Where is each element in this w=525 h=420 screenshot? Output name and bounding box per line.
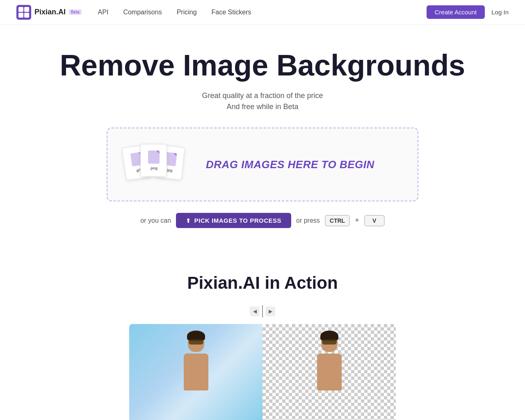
file-card-png: .png [140, 144, 167, 177]
file-icons: .gif .png .jpg [124, 142, 189, 187]
nav-right: Create Account Log In [427, 5, 509, 19]
slider-next-button[interactable]: ▶ [265, 306, 275, 316]
pick-middle-text: or press [296, 217, 320, 224]
dropzone[interactable]: .gif .png .jpg DRAG IMAGES HERE TO BEGIN [107, 128, 418, 201]
hero-heading: Remove Image Backgrounds [16, 49, 509, 82]
logo-badge: Beta [69, 9, 82, 15]
person-body-result [317, 354, 342, 390]
person-sunglasses [189, 340, 203, 345]
hero-beta-text: And free while in Beta [16, 103, 509, 111]
nav-comparisons[interactable]: Comparisons [123, 9, 162, 16]
person-result [309, 332, 350, 414]
logo-cell-2 [24, 7, 29, 12]
file-ext-png: .png [150, 166, 158, 170]
logo-icon [16, 5, 31, 20]
pick-button-label: PICK IMAGES TO PROCESS [194, 217, 281, 224]
ctrl-key-badge: CTRL [325, 215, 350, 226]
person-sunglasses-result [322, 340, 337, 345]
slider-controls: ◀ ▶ [16, 305, 509, 317]
navbar: Pixian.AI Beta API Comparisons Pricing F… [0, 0, 525, 25]
logo-cell-1 [18, 7, 23, 12]
person-head-result [321, 332, 338, 352]
nav-pricing[interactable]: Pricing [177, 9, 197, 16]
pick-images-button[interactable]: ⬆ PICK IMAGES TO PROCESS [176, 213, 291, 228]
person-body [184, 354, 208, 390]
comparison-original [129, 324, 262, 420]
login-button[interactable]: Log In [491, 9, 509, 16]
file-shape-png [148, 151, 160, 164]
logo-link[interactable]: Pixian.AI Beta [16, 5, 82, 20]
create-account-button[interactable]: Create Account [427, 5, 485, 19]
hero-subtext: Great quality at a fraction of the price [16, 91, 509, 100]
in-action-heading: Pixian.AI in Action [16, 273, 509, 293]
plus-sign: + [355, 216, 359, 225]
slider-prev-button[interactable]: ◀ [250, 306, 260, 316]
logo-cell-4 [24, 13, 29, 18]
pick-row: or you can ⬆ PICK IMAGES TO PROCESS or p… [16, 213, 509, 228]
nav-links: API Comparisons Pricing Face Stickers [98, 9, 251, 16]
v-key-badge: V [364, 215, 385, 226]
drag-text: DRAG IMAGES HERE TO BEGIN [206, 158, 374, 171]
upload-icon: ⬆ [186, 217, 191, 224]
slider-divider [262, 305, 263, 317]
nav-face-stickers[interactable]: Face Stickers [212, 9, 251, 16]
person-original [176, 332, 217, 414]
person-head [188, 332, 204, 352]
logo-cell-3 [18, 13, 23, 18]
nav-api[interactable]: API [98, 9, 109, 16]
comparison-container [129, 324, 396, 420]
logo-text: Pixian.AI [34, 8, 66, 16]
in-action-section: Pixian.AI in Action ◀ ▶ [0, 265, 525, 420]
hero-section: Remove Image Backgrounds Great quality a… [0, 25, 525, 265]
pick-prefix: or you can [140, 217, 171, 224]
comparison-result [262, 324, 396, 420]
